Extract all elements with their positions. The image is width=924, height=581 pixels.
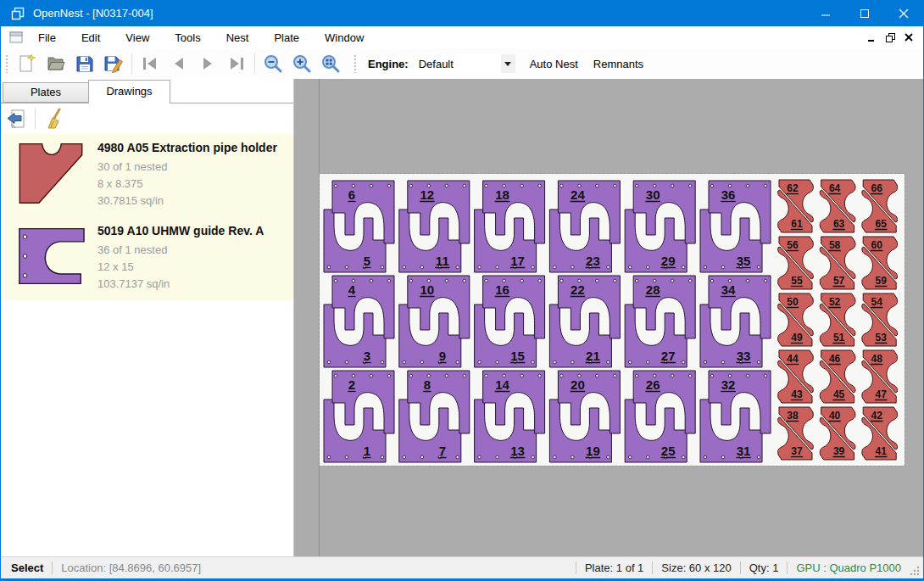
purple-part-pair[interactable]: 3433 — [700, 276, 771, 367]
drawing-list: 4980 A05 Extraction pipe holder30 of 1 n… — [1, 134, 293, 300]
part-number: 45 — [833, 388, 845, 400]
purple-part-pair[interactable]: 43 — [324, 276, 394, 367]
red-part-pair[interactable]: 5049 — [778, 293, 814, 346]
mdi-restore-button[interactable] — [881, 29, 899, 46]
document-icon[interactable] — [9, 31, 23, 44]
go-last-button[interactable] — [222, 51, 251, 76]
red-part-pair[interactable]: 6059 — [862, 237, 898, 289]
red-part-pair[interactable]: 4645 — [820, 350, 855, 403]
toolbar-separator — [131, 53, 132, 74]
tab-plates[interactable]: Plates — [3, 82, 88, 103]
purple-part-pair[interactable]: 3029 — [625, 181, 695, 272]
new-button[interactable] — [13, 51, 42, 76]
part-number: 40 — [829, 410, 841, 422]
menubar: FileEditViewToolsNestPlateWindow — [1, 26, 923, 49]
purple-part-pair[interactable]: 87 — [399, 371, 470, 462]
menu-item-nest[interactable]: Nest — [216, 28, 259, 47]
red-part-pair[interactable]: 4241 — [862, 407, 898, 460]
menu-items: FileEditViewToolsNestPlateWindow — [23, 28, 374, 47]
purple-part-pair[interactable]: 1413 — [475, 371, 545, 462]
red-part-pair[interactable]: 5251 — [820, 293, 855, 346]
zoom-in-button[interactable] — [287, 51, 316, 76]
plate-sheet[interactable]: 6512111817242330293635431091615222128273… — [320, 174, 905, 466]
purple-part-pair[interactable]: 2019 — [549, 371, 620, 462]
mdi-close-button[interactable] — [899, 29, 918, 46]
drawings-toolbar — [1, 103, 293, 134]
toolbar-grip[interactable] — [5, 54, 8, 73]
part-number: 46 — [829, 353, 841, 365]
part-number: 19 — [586, 444, 600, 458]
drawing-title: 5019 A10 UHMW guide Rev. A — [97, 224, 264, 237]
red-part-pair[interactable]: 5655 — [778, 237, 814, 289]
red-part-pair[interactable]: 4847 — [862, 350, 898, 403]
save-as-button[interactable] — [99, 51, 128, 76]
drawing-area: 103.7137 sq/in — [97, 276, 264, 293]
purple-part-pair[interactable]: 2625 — [625, 371, 695, 462]
menu-item-file[interactable]: File — [28, 28, 66, 47]
close-button[interactable] — [884, 0, 923, 26]
red-part-pair[interactable]: 6665 — [862, 180, 898, 232]
purple-part-pair[interactable]: 21 — [324, 371, 394, 462]
zoom-fit-button[interactable] — [316, 51, 345, 76]
red-part-pair[interactable]: 6463 — [820, 180, 855, 232]
status-plate: Plate: 1 of 1 — [585, 561, 643, 574]
part-shape-icon — [13, 139, 91, 210]
purple-part-pair[interactable]: 3635 — [700, 181, 771, 272]
purple-part-pair[interactable]: 2221 — [549, 276, 620, 367]
part-number: 14 — [495, 377, 509, 392]
red-part-pair[interactable]: 6261 — [778, 180, 814, 232]
part-number: 24 — [571, 187, 585, 202]
toolbar-grip[interactable] — [353, 54, 357, 73]
toolbar-separator — [35, 109, 36, 129]
part-number: 6 — [348, 187, 355, 202]
auto-nest-button[interactable]: Auto Nest — [522, 53, 586, 75]
mdi-window-controls — [862, 26, 918, 48]
import-drawing-button[interactable] — [1, 106, 31, 131]
red-part-pair[interactable]: 5453 — [862, 293, 898, 346]
save-button[interactable] — [70, 51, 99, 76]
red-part-pair[interactable]: 4443 — [778, 350, 814, 403]
drawing-item[interactable]: 5019 A10 UHMW guide Rev. A36 of 1 nested… — [1, 217, 293, 300]
chevron-down-icon[interactable] — [501, 54, 515, 73]
menu-item-tools[interactable]: Tools — [164, 28, 210, 47]
purple-part-pair[interactable]: 1211 — [399, 181, 470, 272]
drawing-item[interactable]: 4980 A05 Extraction pipe holder30 of 1 n… — [1, 134, 293, 217]
purple-part-pair[interactable]: 3231 — [700, 371, 771, 462]
purple-part-pair[interactable]: 1615 — [475, 276, 545, 367]
part-number: 55 — [791, 275, 803, 287]
part-number: 51 — [833, 332, 845, 344]
part-number: 52 — [829, 296, 841, 308]
window-controls — [806, 0, 923, 26]
purple-part-pair[interactable]: 109 — [399, 276, 470, 367]
go-first-button[interactable] — [136, 51, 164, 76]
zoom-out-button[interactable] — [259, 51, 287, 76]
red-part-pair[interactable]: 3837 — [778, 407, 814, 460]
mdi-minimize-button[interactable] — [862, 29, 881, 46]
menu-item-edit[interactable]: Edit — [71, 28, 110, 47]
part-number: 31 — [737, 444, 751, 458]
clear-drawings-button[interactable] — [39, 106, 70, 131]
menu-item-window[interactable]: Window — [314, 28, 374, 47]
tab-drawings[interactable]: Drawings — [88, 80, 170, 103]
menu-item-plate[interactable]: Plate — [264, 28, 309, 47]
engine-select[interactable]: Default — [415, 53, 515, 74]
go-next-button[interactable] — [193, 51, 222, 76]
part-number: 53 — [876, 332, 888, 344]
purple-part-pair[interactable]: 2423 — [549, 181, 620, 272]
open-button[interactable] — [42, 51, 70, 76]
purple-part-pair[interactable]: 65 — [324, 181, 394, 272]
minimize-button[interactable] — [806, 0, 845, 26]
purple-part-pair[interactable]: 2827 — [625, 276, 695, 367]
engine-label: Engine: — [368, 58, 409, 70]
nest-canvas[interactable]: 6512111817242330293635431091615222128273… — [294, 79, 923, 557]
maximize-button[interactable] — [845, 0, 884, 26]
red-part-pair[interactable]: 5857 — [820, 237, 855, 289]
go-previous-button[interactable] — [164, 51, 193, 76]
resize-grip-icon[interactable] — [908, 564, 920, 578]
remnants-button[interactable]: Remnants — [586, 53, 651, 75]
red-part-pair[interactable]: 4039 — [820, 407, 855, 460]
part-number: 21 — [586, 349, 600, 363]
status-gpu: GPU : Quadro P1000 — [796, 561, 901, 574]
purple-part-pair[interactable]: 1817 — [475, 181, 545, 272]
menu-item-view[interactable]: View — [115, 28, 159, 47]
